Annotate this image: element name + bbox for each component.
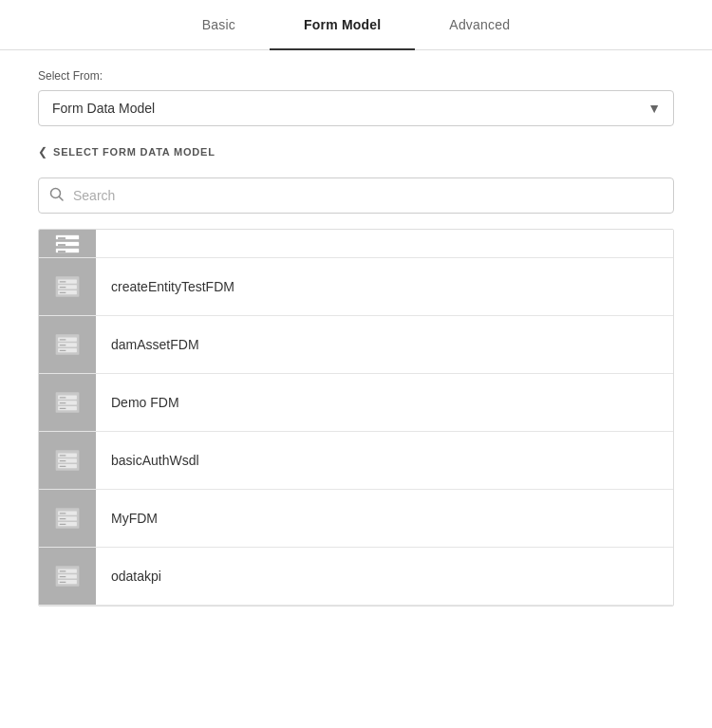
tab-form-model[interactable]: Form Model xyxy=(270,0,415,49)
list-item-icon xyxy=(39,490,96,547)
list-item[interactable]: MyFDM xyxy=(39,490,673,548)
svg-rect-48 xyxy=(60,576,66,577)
search-container xyxy=(38,177,674,214)
fdm-list: createEntityTestFDM damAssetFDM xyxy=(38,229,674,607)
svg-rect-27 xyxy=(60,402,66,403)
list-item-icon xyxy=(39,548,96,605)
tab-basic[interactable]: Basic xyxy=(168,0,270,49)
svg-rect-41 xyxy=(60,518,66,519)
list-item[interactable]: odatakpi xyxy=(39,548,673,606)
select-from-label: Select From: xyxy=(38,69,674,83)
svg-rect-28 xyxy=(60,408,66,409)
svg-rect-7 xyxy=(58,251,66,252)
list-item-label: basicAuthWsdl xyxy=(96,453,673,468)
svg-rect-21 xyxy=(60,350,66,351)
list-item[interactable]: createEntityTestFDM xyxy=(39,258,673,316)
svg-rect-13 xyxy=(60,287,66,288)
svg-rect-6 xyxy=(58,244,66,246)
tab-advanced[interactable]: Advanced xyxy=(415,0,544,49)
list-item[interactable]: Demo FDM xyxy=(39,374,673,432)
select-fdm-section[interactable]: ❮ SELECT FORM DATA MODEL xyxy=(38,145,674,159)
svg-rect-12 xyxy=(60,281,66,282)
svg-line-1 xyxy=(60,197,64,201)
svg-rect-40 xyxy=(60,513,66,513)
svg-rect-20 xyxy=(60,345,66,345)
list-item-label: odatakpi xyxy=(96,569,673,584)
svg-rect-33 xyxy=(60,455,66,456)
list-item-icon xyxy=(39,316,96,373)
svg-rect-34 xyxy=(60,460,66,461)
svg-rect-35 xyxy=(60,466,66,467)
list-item-icon xyxy=(39,230,96,258)
svg-rect-26 xyxy=(60,397,66,398)
svg-rect-42 xyxy=(60,524,66,525)
dropdown-container: Form Data ModelSchemaREST ▼ xyxy=(38,90,674,126)
select-fdm-label: SELECT FORM DATA MODEL xyxy=(53,146,215,158)
form-data-model-dropdown[interactable]: Form Data ModelSchemaREST xyxy=(38,90,674,126)
svg-rect-47 xyxy=(60,570,66,571)
main-container: Basic Form Model Advanced Select From: F… xyxy=(0,0,712,625)
svg-rect-19 xyxy=(60,339,66,340)
search-icon xyxy=(49,187,64,204)
list-item-label: createEntityTestFDM xyxy=(96,279,673,294)
svg-rect-5 xyxy=(58,237,66,239)
list-item-icon xyxy=(39,432,96,489)
list-item[interactable]: damAssetFDM xyxy=(39,316,673,374)
content-area: Select From: Form Data ModelSchemaREST ▼… xyxy=(0,50,712,625)
search-input[interactable] xyxy=(38,177,674,214)
list-item-label: MyFDM xyxy=(96,511,673,526)
list-item-icon xyxy=(39,374,96,431)
list-item[interactable] xyxy=(39,230,673,258)
chevron-down-icon: ❮ xyxy=(38,145,47,159)
tabs-bar: Basic Form Model Advanced xyxy=(0,0,712,50)
list-item[interactable]: basicAuthWsdl xyxy=(39,432,673,490)
svg-rect-49 xyxy=(60,582,66,583)
svg-rect-14 xyxy=(60,292,66,293)
list-item-icon xyxy=(39,258,96,315)
list-item-label: Demo FDM xyxy=(96,395,673,410)
list-item-label: damAssetFDM xyxy=(96,337,673,352)
